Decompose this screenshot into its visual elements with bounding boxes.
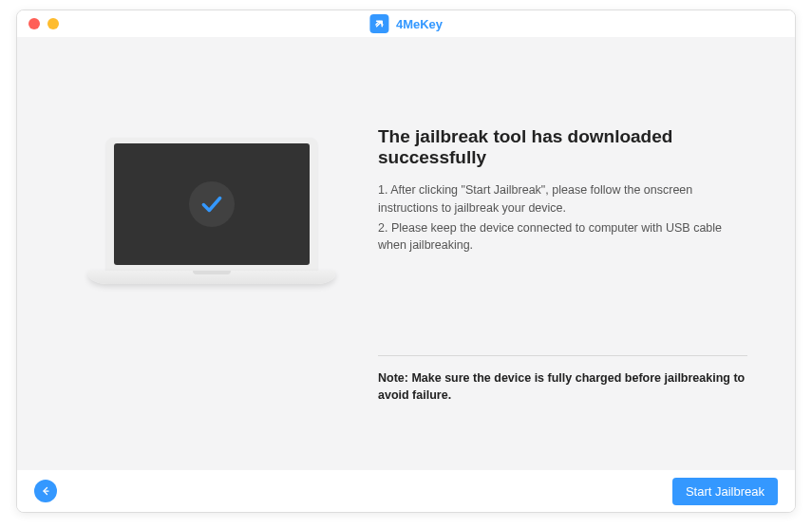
back-button[interactable] bbox=[34, 480, 57, 502]
illustration-panel bbox=[65, 123, 359, 413]
minimize-window-button[interactable] bbox=[47, 18, 59, 29]
start-jailbreak-button[interactable]: Start Jailbreak bbox=[672, 478, 778, 505]
close-window-button[interactable] bbox=[28, 18, 40, 29]
instruction-2: 2. Please keep the device connected to c… bbox=[378, 219, 747, 255]
success-check-icon bbox=[189, 181, 235, 227]
app-window: 4MeKey The jailbreak tool has bbox=[16, 9, 796, 513]
app-logo-icon bbox=[369, 14, 388, 33]
divider bbox=[378, 355, 747, 356]
titlebar: 4MeKey bbox=[17, 10, 795, 37]
page-heading: The jailbreak tool has downloaded succes… bbox=[378, 126, 747, 168]
info-panel: The jailbreak tool has downloaded succes… bbox=[359, 123, 747, 413]
laptop-illustration bbox=[88, 138, 335, 284]
content-area: The jailbreak tool has downloaded succes… bbox=[17, 37, 795, 470]
note-text: Note: Make sure the device is fully char… bbox=[378, 369, 747, 413]
app-title: 4MeKey bbox=[396, 17, 443, 31]
window-controls bbox=[28, 18, 59, 29]
footer: Start Jailbreak bbox=[17, 470, 795, 512]
arrow-left-icon bbox=[40, 485, 51, 497]
titlebar-title: 4MeKey bbox=[369, 14, 443, 33]
instruction-1: 1. After clicking "Start Jailbreak", ple… bbox=[378, 181, 747, 217]
